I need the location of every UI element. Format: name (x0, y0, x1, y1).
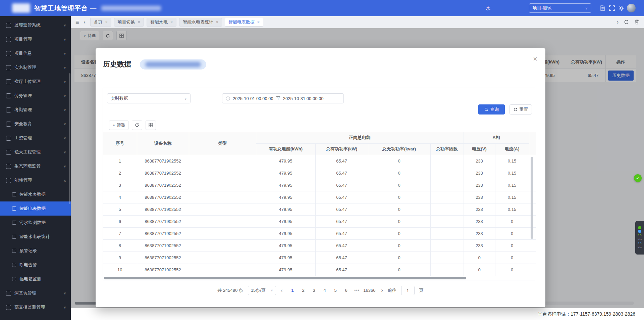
sidebar-item[interactable]: 智能水表数据 (0, 187, 71, 201)
page-number[interactable]: 6 (342, 286, 351, 295)
tab-close-icon[interactable]: × (138, 20, 140, 25)
download-speed: 8.0 (638, 242, 641, 245)
cell-index: 6 (103, 215, 137, 227)
tab[interactable]: 项目切换 × (114, 18, 144, 27)
prev-page-icon[interactable]: ‹ (281, 287, 282, 293)
data-type-select-value: 实时数据 (111, 95, 128, 101)
sidebar-item[interactable]: 工资管理 ∨ (0, 131, 71, 145)
tab[interactable]: 首页 × (90, 18, 111, 27)
settings-gear-icon[interactable] (619, 5, 624, 11)
goto-page-input[interactable] (401, 286, 415, 295)
sidebar-item[interactable]: 能耗管理 ∧ (0, 173, 71, 187)
tab-close-icon[interactable]: × (257, 20, 260, 25)
chevron-icon: ∨ (64, 291, 66, 295)
menu-item-icon (6, 107, 11, 112)
chevron-icon: ∨ (64, 38, 66, 41)
sidebar-item[interactable]: 污水监测数据 (0, 216, 71, 230)
next-page-icon[interactable]: › (381, 287, 383, 293)
page-number[interactable]: 5 (331, 286, 340, 295)
sidebar-item-label: 高支模监测管理 (14, 304, 64, 310)
modal-close-icon[interactable]: × (533, 55, 537, 63)
sidebar-item[interactable]: 项目管理 ∨ (0, 32, 71, 46)
sidebar-item[interactable]: 智能电表数据 (0, 201, 71, 216)
sidebar-item[interactable]: 实名制管理 ∨ (0, 60, 71, 75)
sidebar-item[interactable]: 省厅上传管理 ∨ (0, 75, 71, 89)
table-column-settings-button[interactable] (146, 121, 156, 130)
tab-close-icon[interactable]: × (170, 20, 173, 25)
sidebar-item[interactable]: 临电箱监测 (0, 272, 71, 286)
sidebar-item[interactable]: 深基坑管理 ∨ (0, 286, 71, 300)
cell-current: 0 (495, 252, 529, 264)
sidebar-item[interactable]: 智能水电表统计 (0, 230, 71, 244)
table-row[interactable]: 9 863877071902552 479.95 65.47 0 0 0 (103, 252, 536, 264)
cell-type (189, 215, 256, 227)
table-row[interactable]: 10 863877071902552 479.95 65.47 0 0 0 (103, 264, 536, 276)
chevron-down-icon: ∨ (585, 6, 588, 10)
table-row[interactable]: 3 863877071902552 479.95 65.47 0 233 0.1… (103, 179, 536, 191)
cell-active-energy: 479.95 (256, 264, 315, 276)
sidebar-item-label: 智能水表数据 (19, 191, 66, 197)
tab-close-icon[interactable]: × (105, 20, 108, 25)
table-horizontal-scrollbar[interactable] (104, 277, 466, 279)
project-select-value: 项目-测试 (533, 5, 551, 11)
page-number[interactable]: 2 (299, 286, 308, 295)
sidebar-item[interactable]: 劳务管理 ∨ (0, 89, 71, 103)
group-forward-energy: 正向总电能 (256, 132, 464, 143)
sidebar-item[interactable]: 项目信息 ∨ (0, 46, 71, 60)
tab-close-icon[interactable]: × (216, 20, 218, 25)
table-refresh-button[interactable] (132, 121, 142, 130)
cell-type (189, 167, 256, 179)
network-monitor-widget[interactable]: 8.3 K/s 8.0 K/s (635, 221, 644, 255)
tab[interactable]: 智能电表数据 × (225, 18, 263, 27)
menu-collapse-icon[interactable]: ≡ (75, 19, 79, 25)
table-row[interactable]: 7 863877071902552 479.95 65.47 0 233 0 (103, 227, 536, 239)
table-vertical-scrollbar[interactable] (531, 157, 533, 239)
table-row[interactable]: 1 863877071902552 479.95 65.47 0 233 0.1… (103, 155, 536, 167)
tab[interactable]: 智能水电表统计 × (179, 18, 222, 27)
sidebar-item[interactable]: 断电告警 (0, 258, 71, 272)
cell-device-name: 863877071902552 (137, 227, 189, 239)
page-number[interactable]: 16366 (363, 286, 375, 295)
col-active-power: 总有功功率(kW) (315, 143, 368, 155)
project-select[interactable]: 项目-测试 ∨ (529, 3, 591, 13)
avatar[interactable] (627, 4, 636, 12)
table-row[interactable]: 8 863877071902552 479.95 65.47 0 233 0 (103, 239, 536, 252)
sidebar-item[interactable]: 考勤管理 ∨ (0, 103, 71, 117)
page-number[interactable]: ••• (353, 286, 361, 295)
sidebar-item[interactable]: 危大工程管理 ∨ (0, 145, 71, 159)
sidebar-item[interactable]: 安全教育 ∨ (0, 117, 71, 131)
table-row[interactable]: 6 863877071902552 479.95 65.47 0 233 0 (103, 215, 536, 227)
page-number[interactable]: 4 (320, 286, 329, 295)
tabs-clear-trash-icon[interactable] (634, 19, 639, 25)
sidebar-item[interactable]: 监理监管系统 ∨ (0, 18, 71, 32)
fullscreen-icon[interactable] (609, 5, 615, 11)
sidebar-item[interactable]: 高支模监测管理 ∨ (0, 300, 71, 314)
sidebar-item-label: 项目信息 (14, 50, 64, 56)
table-row[interactable]: 4 863877071902552 479.95 65.47 0 233 0.1… (103, 191, 536, 203)
sidebar-item[interactable]: 生态环境监管 ∨ (0, 159, 71, 173)
extension-check-icon[interactable]: ✓ (634, 174, 642, 182)
page-number[interactable]: 3 (310, 286, 318, 295)
search-button[interactable]: 查询 (478, 104, 505, 115)
reset-button[interactable]: 重置 (509, 104, 532, 115)
page-size-select[interactable]: 15条/页 ∨ (248, 286, 276, 295)
sidebar-item[interactable]: 预警记录 (0, 244, 71, 258)
sidebar-item-label: 监理监管系统 (14, 22, 64, 28)
chevron-icon: ∨ (64, 52, 66, 55)
data-type-select[interactable]: 实时数据 ∨ (107, 93, 191, 103)
cell-voltage: 233 (464, 179, 495, 191)
cell-active-energy: 479.95 (256, 155, 315, 167)
tabs-scroll-left-icon[interactable]: ‹ (84, 19, 86, 25)
page-number[interactable]: 1 (288, 286, 297, 295)
tab[interactable]: 智能水电 × (147, 18, 176, 27)
table-row[interactable]: 5 863877071902552 479.95 65.47 0 233 0.1… (103, 203, 536, 215)
sidebar-scrollbar[interactable] (69, 73, 70, 204)
menu-item-icon (12, 263, 16, 267)
document-icon[interactable] (600, 5, 605, 11)
tabs-scroll-right-icon[interactable]: › (617, 19, 619, 25)
table-row[interactable]: 2 863877071902552 479.95 65.47 0 233 0.1… (103, 167, 536, 179)
app-header: 智慧工地管理平台 — 水 项目-测试 ∨ (0, 0, 644, 16)
filter-collapse-button[interactable]: ∧ 筛选 (109, 121, 128, 130)
date-range-picker[interactable]: 2025-10-01 00:00:00 至 2025-10-31 00:00:0… (222, 93, 344, 103)
tabs-refresh-icon[interactable] (624, 19, 629, 25)
